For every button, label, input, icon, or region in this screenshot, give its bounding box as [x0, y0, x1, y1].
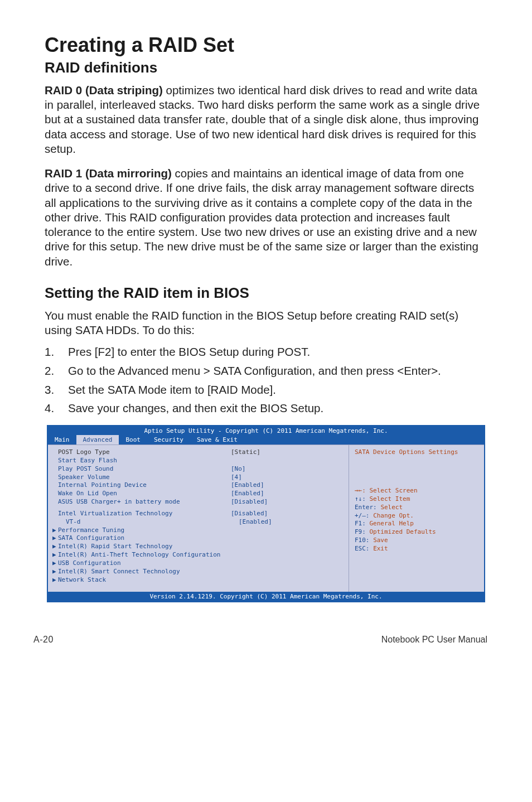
step-4: 4. Save your changes, and then exit the …: [45, 400, 487, 416]
bios-row-label: Intel Virtualization Technology: [58, 510, 231, 518]
keyhelp-key: F10:: [355, 537, 370, 544]
step-text-fragment: item to [RAID Mode].: [167, 383, 276, 396]
triangle-icon: ▶: [52, 543, 58, 551]
paragraph-raid0: RAID 0 (Data striping) optimizes two ide…: [45, 83, 487, 156]
triangle-icon: ▶: [52, 551, 58, 559]
bios-tabs: Main Advanced Boot Security Save & Exit: [48, 435, 484, 445]
bios-row-label: Start Easy Flash: [58, 457, 231, 465]
bios-row[interactable]: Wake On Lid Open[Enabled]: [58, 490, 344, 498]
keyhelp-desc: Change Opt.: [373, 512, 414, 519]
step-text: Pres [F2] to enter the BIOS Setup during…: [68, 344, 487, 360]
step-text-bold: Advanced: [118, 364, 168, 377]
bios-submenu[interactable]: ▶USB Configuration: [52, 559, 344, 568]
keyhelp-row: F1: General Help: [355, 520, 478, 528]
bios-left-panel: POST Logo Type[Static] Start Easy Flash …: [48, 445, 349, 592]
step-text: Set the SATA Mode item to [RAID Mode].: [68, 382, 487, 398]
keyhelp-key: →←:: [355, 487, 366, 494]
keyhelp-row: F10: Save: [355, 537, 478, 545]
step-text-fragment: , and then press <Enter>.: [312, 364, 441, 377]
raid0-lead: RAID 0 (Data striping): [45, 84, 163, 96]
triangle-icon: ▶: [52, 576, 58, 584]
bios-row-label: ASUS USB Charger+ in battery mode: [58, 498, 231, 506]
keyhelp-row: →←: Select Screen: [355, 487, 478, 495]
keyhelp-key: +/—:: [355, 512, 370, 519]
bios-submenu-label: Intel(R) Smart Connect Technology: [58, 568, 180, 576]
page-title: Creating a RAID Set: [45, 33, 487, 57]
bios-row-value: [Disabled]: [231, 510, 268, 518]
bios-row-label: Speaker Volume: [58, 474, 231, 482]
keyhelp-desc: General Help: [370, 520, 414, 527]
keyhelp-key: ↑↓:: [355, 495, 366, 503]
keyhelp-desc: Select: [380, 504, 403, 511]
bios-row-value: [No]: [231, 465, 246, 474]
bios-right-panel: SATA Device Options Settings →←: Select …: [349, 445, 484, 592]
keyhelp-row: ESC: Exit: [355, 545, 478, 553]
manual-title: Notebook PC User Manual: [381, 635, 487, 645]
keyhelp-row: +/—: Change Opt.: [355, 512, 478, 520]
step-text-bold: SATA Configuration: [213, 364, 312, 377]
bios-submenu-label: Intel(R) Anti-Theft Technology Configura…: [58, 551, 220, 559]
bios-row-label: VT-d: [58, 518, 239, 526]
keyhelp-key: Enter:: [355, 504, 377, 511]
triangle-icon: ▶: [52, 559, 58, 568]
keyhelp-desc: Select Item: [370, 495, 410, 503]
subtitle-setting-raid: Setting the RAID item in BIOS: [45, 284, 487, 302]
bios-body: POST Logo Type[Static] Start Easy Flash …: [48, 445, 484, 592]
intro-setting: You must enable the RAID function in the…: [45, 308, 487, 337]
bios-submenu-label: Network Stack: [58, 576, 106, 584]
step-3: 3. Set the SATA Mode item to [RAID Mode]…: [45, 382, 487, 398]
bios-key-help: →←: Select Screen ↑↓: Select Item Enter:…: [355, 487, 478, 553]
bios-submenu[interactable]: ▶Intel(R) Rapid Start Technology: [52, 543, 344, 551]
bios-tab-boot[interactable]: Boot: [119, 435, 147, 445]
bios-row[interactable]: Start Easy Flash: [58, 457, 344, 465]
bios-tab-security[interactable]: Security: [147, 435, 190, 445]
bios-row[interactable]: Internal Pointing Device[Enabled]: [58, 481, 344, 490]
step-text-fragment: Set the: [68, 383, 108, 396]
bios-tab-advanced[interactable]: Advanced: [76, 435, 119, 445]
step-number: 3.: [45, 382, 68, 398]
raid1-body: copies and maintains an identical image …: [45, 167, 478, 267]
bios-help-description: SATA Device Options Settings: [355, 448, 478, 456]
bios-row-value: [4]: [231, 474, 242, 482]
bios-screenshot: Aptio Setup Utility - Copyright (C) 2011…: [47, 425, 485, 603]
bios-row-value: [Enabled]: [239, 518, 272, 526]
paragraph-raid1: RAID 1 (Data mirroring) copies and maint…: [45, 166, 487, 269]
keyhelp-key: F9:: [355, 528, 366, 535]
bios-submenu[interactable]: ▶Intel(R) Smart Connect Technology: [52, 568, 344, 576]
bios-submenu[interactable]: ▶SATA Configuration: [52, 534, 344, 543]
bios-footer: Version 2.14.1219. Copyright (C) 2011 Am…: [48, 592, 484, 601]
bios-submenu[interactable]: ▶Network Stack: [52, 576, 344, 584]
bios-submenu[interactable]: ▶Performance Tuning: [52, 526, 344, 535]
bios-tab-save-exit[interactable]: Save & Exit: [190, 435, 244, 445]
triangle-icon: ▶: [52, 526, 58, 535]
bios-tab-main[interactable]: Main: [48, 435, 76, 445]
bios-row[interactable]: Speaker Volume[4]: [58, 474, 344, 482]
keyhelp-desc: Optimized Defaults: [370, 528, 436, 535]
page-footer: A-20 Notebook PC User Manual: [0, 619, 532, 656]
bios-row-label: Internal Pointing Device: [58, 481, 231, 490]
bios-submenu-label: USB Configuration: [58, 559, 121, 568]
keyhelp-key: F1:: [355, 520, 366, 527]
steps-list: 1. Pres [F2] to enter the BIOS Setup dur…: [45, 344, 487, 416]
keyhelp-desc: Select Screen: [370, 487, 418, 494]
keyhelp-row: ↑↓: Select Item: [355, 495, 478, 504]
bios-row[interactable]: Intel Virtualization Technology[Disabled…: [58, 510, 344, 518]
step-1: 1. Pres [F2] to enter the BIOS Setup dur…: [45, 344, 487, 360]
step-text-bold: SATA Mode: [108, 383, 167, 396]
bios-row-value: [Enabled]: [231, 481, 264, 490]
step-2: 2. Go to the Advanced menu > SATA Config…: [45, 363, 487, 379]
bios-row-label: Wake On Lid Open: [58, 490, 231, 498]
step-number: 1.: [45, 344, 68, 360]
bios-row-value: [Enabled]: [231, 490, 264, 498]
bios-row-label: POST Logo Type: [58, 448, 231, 457]
keyhelp-row: F9: Optimized Defaults: [355, 528, 478, 537]
bios-submenu[interactable]: ▶Intel(R) Anti-Theft Technology Configur…: [52, 551, 344, 559]
triangle-icon: ▶: [52, 534, 58, 543]
bios-row[interactable]: Play POST Sound[No]: [58, 465, 344, 474]
bios-row[interactable]: VT-d[Enabled]: [58, 518, 344, 526]
bios-row[interactable]: ASUS USB Charger+ in battery mode[Disabl…: [58, 498, 344, 506]
raid1-lead: RAID 1 (Data mirroring): [45, 167, 172, 180]
step-number: 2.: [45, 363, 68, 379]
bios-row[interactable]: POST Logo Type[Static]: [58, 448, 344, 457]
bios-header: Aptio Setup Utility - Copyright (C) 2011…: [48, 426, 484, 435]
